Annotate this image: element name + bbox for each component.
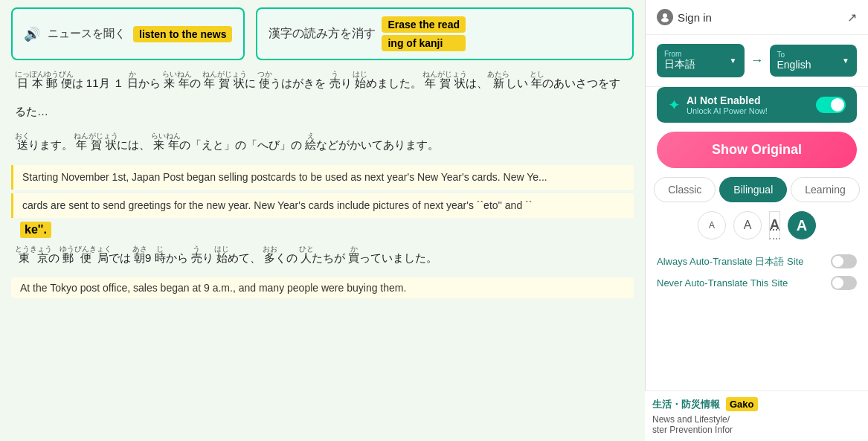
kanji-card[interactable]: 漢字の読み方を消す Erase the read ing of kanji (256, 7, 634, 60)
listen-en-text: listen to the news (133, 26, 232, 42)
jp-paragraph-1b: 送おくります。 年賀状ねんがじょうには、 来年らいねんの「えと」の「へび」の 絵… (11, 131, 634, 159)
translation-box-2: At the Tokyo post office, sales began at… (11, 277, 634, 298)
font-size-options: A A A A (646, 211, 868, 239)
ruby-hajime: 始はじ (355, 77, 366, 89)
from-label: From (664, 50, 695, 58)
from-value: 日本語 (664, 58, 695, 71)
speaker-icon: 🔊 (24, 26, 40, 42)
jp-paragraph-1: 日本にっぽん 郵便ゆうびんは 11月 １ 日かから 来年らいねんの 年賀状ねんが… (11, 69, 634, 125)
translation-text-1b: cards are sent to send greetings for the… (22, 199, 532, 211)
font-active-button[interactable]: A (788, 211, 816, 239)
seikatu-link[interactable]: 生活・防災情報 (652, 398, 720, 411)
bottom-links-panel: 生活・防災情報 Gako News and Lifestyle/ ster Pr… (645, 390, 868, 441)
always-translate-row: Always Auto-Translate 日本語 Site (657, 251, 857, 272)
ruby-okuru: 送おく (15, 138, 28, 151)
ruby-tsukau: 使つか (259, 77, 270, 89)
font-small-label: A (709, 220, 715, 231)
ai-star-icon: ✦ (668, 96, 681, 114)
translation-box-1: Starting November 1st, Japan Post began … (11, 165, 634, 190)
main-content: 🔊 ニュースを聞く listen to the news 漢字の読み方を消す E… (0, 0, 645, 441)
ruby-ji: 時じ (155, 251, 166, 264)
bottom-links: 生活・防災情報 Gako (652, 397, 861, 411)
font-small-button[interactable]: A (698, 211, 726, 239)
never-translate-label[interactable]: Never Auto-Translate This Site (657, 277, 788, 289)
ke-tag: ke''. (20, 222, 51, 238)
ai-title: AI Not Enabled (687, 94, 768, 106)
show-original-button[interactable]: Show Original (657, 132, 857, 168)
ai-section: ✦ AI Not Enabled Unlock AI Power Now! (657, 87, 857, 123)
kanji-en-line2: ing of kanji (382, 35, 466, 51)
translation-text-2: At the Tokyo post office, sales began at… (20, 282, 406, 294)
ai-subtitle: Unlock AI Power Now! (687, 106, 768, 115)
listen-card[interactable]: 🔊 ニュースを聞く listen to the news (11, 7, 245, 60)
tab-learning[interactable]: Learning (791, 177, 860, 202)
swap-arrow-icon: → (750, 53, 764, 68)
font-large-label: A (770, 217, 779, 233)
ruby-yubin2: 郵便局ゆうびんきょく (62, 251, 109, 264)
tab-bilingual[interactable]: Bilingual (719, 177, 787, 202)
ruby-tokyo: 東京とうきょう (15, 251, 48, 264)
ster-prevention-link: ster Prevention Infor (652, 425, 861, 435)
ruby-hito: 人ひと (300, 251, 312, 264)
to-language-select[interactable]: To English ▼ (770, 45, 858, 77)
to-value: English (777, 59, 811, 71)
ruby-hajime2: 始はじ (216, 251, 228, 264)
font-active-label: A (797, 217, 807, 234)
never-translate-toggle[interactable] (831, 276, 857, 290)
ruby-1: １ (113, 77, 124, 89)
to-dropdown-icon: ▼ (842, 57, 849, 65)
toolbar: 🔊 ニュースを聞く listen to the news 漢字の読み方を消す E… (11, 7, 634, 60)
ruby-hi: 日か (127, 77, 138, 89)
right-panel: Sign in ↗ From 日本語 ▼ → To English ▼ ✦ AI… (645, 0, 868, 441)
ruby-asa: 朝あさ (134, 251, 145, 264)
to-label: To (777, 51, 811, 59)
tab-classic[interactable]: Classic (654, 177, 716, 202)
kanji-jp-text: 漢字の読み方を消す (269, 26, 376, 42)
ruby-yubin: 郵便ゆうびん (46, 77, 72, 89)
ruby-nihon: 日本にっぽん (15, 77, 43, 89)
ruby-nengajo3: 年賀状ねんがじょう (76, 138, 117, 151)
news-link: News and Lifestyle/ (652, 414, 861, 425)
avatar-icon (657, 9, 673, 25)
ruby-atarashii: 新あたら (491, 77, 506, 89)
never-translate-row: Never Auto-Translate This Site (657, 272, 857, 294)
translation-text-1: Starting November 1st, Japan Post began … (22, 171, 547, 183)
ruby-rainen2: 来年らいねん (153, 138, 179, 151)
listen-jp-text: ニュースを聞く (48, 27, 126, 41)
ruby-toshi: 年とし (531, 77, 542, 89)
kanji-en-line1: Erase the read (382, 16, 466, 33)
ai-info: ✦ AI Not Enabled Unlock AI Power Now! (668, 94, 768, 115)
font-medium-button[interactable]: A (733, 211, 762, 239)
from-language-select[interactable]: From 日本語 ▼ (657, 44, 745, 77)
jp-paragraph-2: 東京とうきょうの 郵便局ゆうびんきょくでは 朝あさ9 時じから 売うり 始はじめ… (11, 244, 634, 272)
font-medium-label: A (744, 219, 752, 232)
sign-in-button[interactable]: Sign in (657, 9, 712, 25)
share-icon[interactable]: ↗ (847, 10, 857, 25)
translation-box-1b: cards are sent to send greetings for the… (11, 193, 634, 218)
ruby-e: 絵え (305, 138, 316, 151)
svg-point-0 (663, 13, 667, 18)
always-translate-label[interactable]: Always Auto-Translate 日本語 Site (657, 255, 803, 268)
always-translate-toggle[interactable] (831, 254, 857, 268)
mode-tabs: Classic Bilingual Learning (646, 177, 868, 202)
ruby-rainen: 来年らいねん (164, 77, 190, 89)
panel-header: Sign in ↗ (646, 0, 868, 35)
ruby-nengajo: 年賀状ねんがじょう (204, 77, 245, 89)
ruby-uri2: 売う (191, 251, 202, 264)
ruby-katte: 買か (348, 251, 359, 264)
gako-badge: Gako (726, 397, 758, 411)
language-selectors: From 日本語 ▼ → To English ▼ (646, 35, 868, 87)
ruby-nengajo2: 年賀状ねんがじょう (425, 77, 466, 89)
kanji-section: 漢字の読み方を消す Erase the read ing of kanji (269, 16, 466, 51)
svg-point-1 (661, 18, 669, 22)
sign-in-label: Sign in (678, 11, 712, 24)
ai-toggle[interactable] (816, 97, 846, 113)
font-large-button[interactable]: A (769, 211, 780, 239)
from-dropdown-icon: ▼ (730, 57, 737, 65)
ruby-11: 11 (86, 77, 99, 89)
auto-translate-section: Always Auto-Translate 日本語 Site Never Aut… (646, 251, 868, 294)
ruby-uri: 売う (329, 77, 341, 89)
ruby-ooku: 多おお (264, 251, 275, 264)
